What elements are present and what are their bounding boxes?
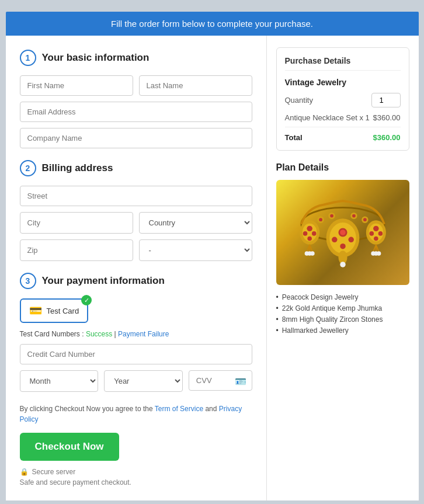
plan-feature-item: Hallmarked Jewellery xyxy=(276,326,409,335)
year-select[interactable]: Year 202420252026 202720282029 xyxy=(104,370,183,392)
city-country-row: Country xyxy=(20,212,252,234)
item-price: $360.00 xyxy=(373,113,401,122)
card-option[interactable]: 💳 Test Card ✓ xyxy=(20,298,89,323)
quantity-input[interactable] xyxy=(371,93,401,107)
svg-point-24 xyxy=(374,237,378,241)
test-card-label: Test Card Numbers : xyxy=(20,330,86,338)
section-basic-info: 1 Your basic information xyxy=(20,50,252,148)
safe-text: Safe and secure payment checkout. xyxy=(20,478,252,486)
street-input[interactable] xyxy=(20,186,252,206)
state-select[interactable]: - xyxy=(139,239,252,261)
svg-point-9 xyxy=(340,262,345,267)
left-panel: 1 Your basic information 2 Billing addre… xyxy=(6,36,267,500)
product-image xyxy=(276,180,409,285)
svg-point-23 xyxy=(378,231,383,236)
name-row xyxy=(20,75,252,96)
failure-link[interactable]: Payment Failure xyxy=(118,330,169,338)
section-payment: 3 Your payment information 💳 Test Card ✓… xyxy=(20,273,252,392)
product-name: Vintage Jewelry xyxy=(285,78,401,87)
main-content: 1 Your basic information 2 Billing addre… xyxy=(6,36,419,500)
svg-point-21 xyxy=(373,226,378,231)
month-year-cvv-row: Month 010203 040506 070809 101112 Year 2… xyxy=(20,370,252,392)
svg-point-29 xyxy=(319,218,322,221)
separator: | xyxy=(112,330,118,338)
svg-point-14 xyxy=(311,231,316,236)
zip-state-row: - xyxy=(20,239,252,261)
section3-number: 3 xyxy=(20,273,36,289)
last-name-input[interactable] xyxy=(139,75,252,96)
svg-point-22 xyxy=(369,231,374,236)
svg-point-33 xyxy=(352,214,356,218)
country-select[interactable]: Country xyxy=(139,212,252,234)
email-input[interactable] xyxy=(20,102,252,122)
test-card-info: Test Card Numbers : Success | Payment Fa… xyxy=(20,330,252,338)
terms-text: By clicking Checkout Now you agree to th… xyxy=(20,404,252,425)
purchase-details-box: Purchase Details Vintage Jewelry Quantit… xyxy=(276,47,409,151)
cvv-wrapper: 🪪 xyxy=(189,370,252,392)
checkout-button[interactable]: Checkout Now xyxy=(20,433,119,461)
section2-label: Billing address xyxy=(42,162,113,174)
terms-middle: and xyxy=(203,405,219,413)
secure-label: Secure server xyxy=(32,468,76,476)
total-label: Total xyxy=(285,133,303,142)
total-price: $360.00 xyxy=(373,133,401,142)
card-number-row xyxy=(20,344,252,364)
plan-feature-item: 8mm High Quality Zircon Stones xyxy=(276,315,409,324)
banner-text: Fill the order form below to complete yo… xyxy=(111,19,313,29)
svg-point-4 xyxy=(340,230,345,235)
section2-number: 2 xyxy=(20,160,36,176)
svg-point-12 xyxy=(307,226,312,231)
card-icon: 💳 xyxy=(29,304,42,317)
section3-header: 3 Your payment information xyxy=(20,273,252,289)
city-input[interactable] xyxy=(20,212,133,234)
plan-features-list: Peacock Design Jewelry22k Gold Antique K… xyxy=(276,293,409,335)
zip-input[interactable] xyxy=(20,239,133,261)
svg-point-15 xyxy=(307,237,312,241)
svg-point-35 xyxy=(363,218,367,221)
section2-header: 2 Billing address xyxy=(20,160,252,176)
terms-prefix: By clicking Checkout Now you agree to th… xyxy=(20,405,155,413)
checkmark-icon: ✓ xyxy=(81,295,92,305)
section3-label: Your payment information xyxy=(42,275,165,287)
lock-icon: 🔒 xyxy=(20,468,29,476)
section1-header: 1 Your basic information xyxy=(20,50,252,66)
card-option-label: Test Card xyxy=(47,307,79,315)
company-input[interactable] xyxy=(20,128,252,148)
item-row: Antique Necklace Set x 1 $360.00 xyxy=(285,113,401,127)
quantity-row: Quantity xyxy=(285,93,401,107)
item-label: Antique Necklace Set x 1 xyxy=(285,113,370,122)
svg-point-27 xyxy=(376,251,381,256)
svg-point-7 xyxy=(340,244,345,249)
plan-details-title: Plan Details xyxy=(276,162,409,173)
right-panel: Purchase Details Vintage Jewelry Quantit… xyxy=(267,36,419,500)
purchase-details-title: Purchase Details xyxy=(285,56,401,71)
total-row: Total $360.00 xyxy=(285,133,401,142)
cvv-card-icon: 🪪 xyxy=(235,376,246,387)
section1-label: Your basic information xyxy=(42,52,150,64)
plan-details: Plan Details xyxy=(276,162,409,335)
plan-feature-item: 22k Gold Antique Kemp Jhumka xyxy=(276,304,409,312)
svg-point-31 xyxy=(330,214,333,218)
terms-link[interactable]: Term of Service xyxy=(155,405,203,413)
plan-feature-item: Peacock Design Jewelry xyxy=(276,293,409,301)
quantity-label: Quantity xyxy=(285,96,313,105)
svg-point-13 xyxy=(303,231,307,236)
credit-card-input[interactable] xyxy=(20,344,252,364)
first-name-input[interactable] xyxy=(20,75,133,96)
month-select[interactable]: Month 010203 040506 070809 101112 xyxy=(20,370,99,392)
page-wrapper: Fill the order form below to complete yo… xyxy=(6,12,419,500)
top-banner: Fill the order form below to complete yo… xyxy=(6,12,419,36)
secure-info: 🔒 Secure server xyxy=(20,468,252,476)
svg-point-6 xyxy=(348,237,353,242)
section-billing: 2 Billing address Country - xyxy=(20,160,252,261)
success-link[interactable]: Success xyxy=(86,330,112,338)
svg-point-18 xyxy=(310,251,315,256)
section1-number: 1 xyxy=(20,50,36,66)
svg-point-5 xyxy=(332,237,337,242)
